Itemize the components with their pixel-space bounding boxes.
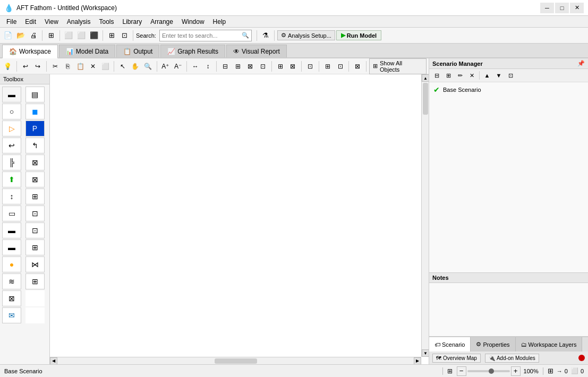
scenario-tb-edit[interactable]: ✏ [455,70,465,81]
menu-view[interactable]: View [40,17,63,27]
tool-text[interactable]: ▤ [25,87,45,102]
tool-hex-blue[interactable]: P [25,121,45,136]
tb-medium[interactable]: ⬜ [75,30,87,41]
scenario-tb-delete[interactable]: ✕ [466,70,477,81]
menu-file[interactable]: File [2,17,21,27]
fit-button[interactable]: ⊞ [447,367,453,375]
scroll-up-button[interactable]: ▲ [422,74,429,82]
tb2-distribute2[interactable]: ⊠ [287,61,299,72]
search-input[interactable] [162,32,242,39]
tool-hpipe2[interactable]: ▬ [2,239,21,255]
tool-pump1[interactable]: ⬆ [2,172,21,187]
tool-turbine[interactable]: ⋈ [25,256,45,272]
tool-box2[interactable]: ⊡ [25,222,45,238]
run-model-button[interactable]: ▶ Run Model [336,30,381,40]
tool-small-rect[interactable]: ▭ [2,205,21,221]
zoom-plus-button[interactable]: + [511,366,521,376]
tool-circle[interactable]: ○ [2,104,21,119]
tb2-hint[interactable]: 💡 [2,61,14,72]
menu-tools[interactable]: Tools [95,17,118,27]
menu-arrange[interactable]: Arrange [146,17,177,27]
menu-library[interactable]: Library [118,17,147,27]
tool-split[interactable]: ⊞ [25,239,45,255]
overview-map-button[interactable]: 🗺 Overview Map [432,354,481,363]
tool-elbow1[interactable]: ↩ [2,138,21,153]
analysis-setup-button[interactable]: ⚙ Analysis Setup... [277,30,335,40]
scenario-tb-up[interactable]: ▲ [482,70,492,81]
tb2-font-larger[interactable]: A⁺ [160,61,172,72]
notes-content[interactable] [429,283,588,331]
menu-edit[interactable]: Edit [21,17,40,27]
maximize-button[interactable]: □ [555,3,569,13]
addon-modules-button[interactable]: 🔌 Add-on Modules [485,354,539,363]
tb2-align4[interactable]: ⊡ [257,61,269,72]
status-fit-btn[interactable]: ⊞ [548,367,553,375]
tool-vert[interactable]: ↕ [2,188,21,204]
tool-arrow[interactable]: ▷ [2,121,21,136]
tb2-cut[interactable]: ✂ [49,61,61,72]
tool-box1[interactable]: ⊡ [25,205,45,221]
tool-filter[interactable]: ≋ [2,273,21,289]
tb2-copy[interactable]: ⎘ [62,61,74,72]
tb2-delete[interactable]: ✕ [87,61,99,72]
rb-tab-properties[interactable]: ⚙ Properties [471,337,515,352]
tb2-zoom[interactable]: 🔍 [142,61,154,72]
tool-hpipe[interactable]: ▬ [2,222,21,238]
print-button[interactable]: 🖨 [28,30,39,41]
tb-small[interactable]: ⬜ [63,30,74,41]
tool-pipe3[interactable]: ╠ [2,155,21,170]
tab-model-data[interactable]: 📊 Model Data [59,45,115,57]
close-button[interactable]: ✕ [570,3,584,13]
tb2-distribute1[interactable]: ⊞ [275,61,286,72]
tb2-select[interactable]: ⬜ [100,61,112,72]
tool-cross1[interactable]: ⊞ [25,188,45,204]
scenario-item[interactable]: ✔ Base Scenario [431,84,586,95]
tb2-undo[interactable]: ↩ [20,61,31,72]
menu-help[interactable]: Help [209,17,231,27]
scroll-right-button[interactable]: ▶ [414,357,421,365]
menu-analysis[interactable]: Analysis [63,17,95,27]
canvas-area[interactable]: ▲ ▼ ◀ ▶ [50,74,429,364]
rb-tab-workspace-layers[interactable]: 🗂 Workspace Layers [516,337,583,352]
tb2-extra1[interactable]: ⊞ [322,61,334,72]
flask-button[interactable]: ⚗ [260,30,271,41]
tb2-redo[interactable]: ↪ [32,61,44,72]
tool-elbow2[interactable]: ↰ [25,138,45,153]
scroll-thumb-vertical[interactable] [423,83,428,115]
scenario-manager-pin[interactable]: 📌 [577,60,585,67]
tab-visual-report[interactable]: 👁 Visual Report [226,45,287,57]
tb2-pointer[interactable]: ↖ [117,61,129,72]
minimize-button[interactable]: ─ [540,3,554,13]
new-button[interactable]: 📄 [2,30,14,41]
open-button[interactable]: 📂 [15,30,27,41]
tb-junction[interactable]: ⊡ [118,30,130,41]
tb2-align3[interactable]: ⊠ [245,61,257,72]
tb2-flip-v[interactable]: ↕ [202,61,214,72]
tb2-more[interactable]: ⊡ [304,61,316,72]
tool-cross2[interactable]: ⊞ [25,273,45,289]
tool-control[interactable]: ⊠ [2,290,21,306]
scroll-left-button[interactable]: ◀ [50,357,57,365]
tb2-hand[interactable]: ✋ [130,61,141,72]
tb2-align2[interactable]: ⊞ [232,61,244,72]
tab-output[interactable]: 📋 Output [116,45,159,57]
scenario-tb-more[interactable]: ⊡ [505,70,516,81]
menu-window[interactable]: Window [177,17,209,27]
tab-graph-results[interactable]: 📈 Graph Results [160,45,225,57]
rb-tab-scenario[interactable]: 🏷 Scenario [429,337,471,352]
scroll-thumb-horizontal[interactable] [215,358,257,364]
tool-valve1[interactable]: ⊠ [25,155,45,170]
scroll-down-button[interactable]: ▼ [422,349,429,357]
tb2-extra2[interactable]: ⊡ [335,61,346,72]
tb2-align1[interactable]: ⊟ [219,61,231,72]
tb2-flip-h[interactable]: ↔ [190,61,201,72]
copy-special-button[interactable]: ⊞ [45,30,57,41]
tab-workspace[interactable]: 🏠 Workspace [2,45,58,58]
scenario-tb-down[interactable]: ▼ [493,70,504,81]
scenario-tb-add[interactable]: ⊞ [443,70,454,81]
show-all-objects-button[interactable]: ⊞ Show All Objects [369,58,427,74]
tb2-extra3[interactable]: ⊠ [352,61,363,72]
tool-pump2[interactable]: ● [2,256,21,272]
tool-pipe[interactable]: ▬ [2,87,21,102]
scenario-tb-layout[interactable]: ⊟ [431,70,442,81]
